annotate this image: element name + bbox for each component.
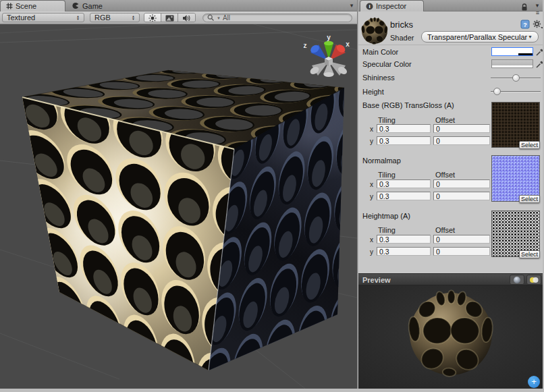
main-color-swatch[interactable] — [491, 47, 533, 56]
scene-toolbar: Textured ▲▼ RGB ▲▼ — [0, 11, 357, 24]
eyedropper-icon[interactable] — [535, 47, 543, 57]
render-mode-value: RGB — [94, 13, 111, 22]
y-row-label: y — [366, 193, 373, 200]
tab-inspector-label: Inspector — [376, 2, 406, 10]
x-row-label: x — [366, 236, 373, 244]
image-icon — [165, 15, 174, 22]
divider — [358, 45, 543, 45]
section-title-normalmap: Normalmap — [362, 157, 401, 165]
updown-arrows-icon: ▲▼ — [132, 15, 135, 20]
height-offset-x-field[interactable] — [433, 235, 490, 244]
base-select-button[interactable]: Select — [519, 141, 540, 149]
preview-header[interactable]: Preview — [358, 273, 543, 285]
section-title-heightmap: Heightmap (A) — [362, 212, 410, 220]
shininess-slider[interactable] — [491, 73, 541, 84]
preview-area[interactable]: + — [358, 285, 543, 389]
lighting-toggle-button[interactable] — [144, 13, 161, 22]
chevron-down-icon: ▼ — [528, 34, 533, 39]
svg-text:?: ? — [523, 22, 527, 28]
x-row-label: x — [366, 125, 373, 133]
height-tiling-y-field[interactable] — [377, 247, 431, 256]
preview-mesh-button[interactable] — [510, 275, 524, 285]
slider-thumb[interactable] — [493, 88, 501, 95]
tiling-header: Tiling — [378, 226, 396, 234]
inspector-pane: i Inspector ▾≡ bricks — [358, 0, 543, 389]
shininess-label: Shininess — [362, 74, 395, 82]
info-icon: i — [366, 3, 373, 10]
draw-mode-value: Textured — [7, 13, 35, 22]
offset-header: Offset — [435, 116, 455, 124]
inspector-pane-menu-icon[interactable]: ▾≡ — [536, 2, 540, 17]
base-tiling-x-field[interactable] — [377, 124, 431, 133]
x-row-label: x — [366, 181, 373, 188]
normal-tiling-x-field[interactable] — [377, 179, 431, 188]
shader-label: Shader — [390, 34, 414, 42]
alpha-bar — [492, 65, 533, 67]
main-color-label: Main Color — [362, 48, 398, 56]
render-mode-dropdown[interactable]: RGB ▲▼ — [90, 13, 140, 22]
tab-inspector[interactable]: i Inspector — [360, 0, 424, 11]
speaker-icon — [182, 14, 191, 22]
search-value: All — [223, 14, 230, 22]
sun-icon — [148, 14, 157, 22]
draw-mode-dropdown[interactable]: Textured ▲▼ — [2, 13, 84, 22]
gizmo-z-label: z — [304, 42, 307, 49]
base-tiling-y-field[interactable] — [377, 136, 431, 145]
heightmap-select-button[interactable]: Select — [519, 250, 540, 258]
base-offset-x-field[interactable] — [433, 124, 490, 133]
plus-icon[interactable]: + — [528, 376, 540, 388]
specular-color-swatch[interactable] — [491, 59, 533, 68]
chevron-down-icon: ▼ — [217, 16, 221, 20]
y-row-label: y — [366, 138, 373, 145]
scene-pane: y x z Scene Game ▾≡ — [0, 0, 357, 389]
scene-viewport[interactable]: y x z — [0, 0, 357, 389]
tiling-header: Tiling — [378, 116, 396, 124]
offset-header: Offset — [435, 226, 455, 234]
sphere-icon — [513, 276, 521, 284]
search-icon — [207, 14, 215, 22]
shader-dropdown[interactable]: Transparent/Parallax Specular ▼ — [421, 31, 539, 43]
tab-game-label: Game — [82, 2, 103, 10]
scene-tabstrip: Scene Game ▾≡ — [0, 0, 357, 11]
slider-thumb[interactable] — [512, 74, 520, 82]
section-title-base: Base (RGB) TransGloss (A) — [362, 101, 454, 109]
height-slider[interactable] — [491, 86, 541, 97]
tab-game[interactable]: Game — [67, 0, 132, 11]
scene-toggle-group — [144, 13, 196, 22]
alpha-bar — [492, 53, 533, 55]
normal-offset-y-field[interactable] — [433, 192, 490, 200]
height-tiling-x-field[interactable] — [377, 235, 431, 244]
gear-icon[interactable] — [533, 20, 543, 32]
height-label: Height — [362, 88, 384, 96]
lights-icon — [529, 277, 539, 283]
help-icon[interactable]: ? — [520, 20, 530, 32]
tab-scene-label: Scene — [16, 2, 36, 10]
tab-scene[interactable]: Scene — [0, 0, 65, 11]
normalmap-select-button[interactable]: Select — [519, 195, 540, 203]
search-field[interactable]: ▼ All — [202, 13, 352, 22]
shader-value: Transparent/Parallax Specular — [427, 33, 527, 41]
unity-editor-window: y x z Scene Game ▾≡ — [0, 0, 544, 392]
updown-arrows-icon: ▲▼ — [76, 15, 80, 20]
preview-lighting-button[interactable] — [526, 275, 541, 285]
gizmo-x-label: x — [346, 40, 350, 48]
lock-icon[interactable] — [521, 2, 528, 14]
normal-offset-x-field[interactable] — [433, 179, 490, 188]
base-offset-y-field[interactable] — [433, 136, 490, 145]
skybox-toggle-button[interactable] — [161, 13, 178, 22]
audio-toggle-button[interactable] — [178, 13, 195, 22]
gizmo-y-label: y — [327, 34, 331, 41]
y-row-label: y — [366, 248, 373, 256]
normal-tiling-y-field[interactable] — [377, 192, 431, 200]
grid-icon — [6, 3, 13, 9]
specular-color-label: Specular Color — [362, 60, 412, 68]
inspector-tabstrip: i Inspector ▾≡ — [358, 0, 543, 11]
tiling-header: Tiling — [378, 171, 396, 179]
offset-header: Offset — [435, 171, 455, 179]
material-name: bricks — [390, 20, 413, 30]
eyedropper-icon[interactable] — [535, 59, 543, 69]
height-offset-y-field[interactable] — [433, 247, 490, 256]
svg-text:i: i — [369, 3, 370, 9]
material-ball-thumbnail — [360, 17, 389, 45]
preview-title: Preview — [362, 276, 391, 284]
